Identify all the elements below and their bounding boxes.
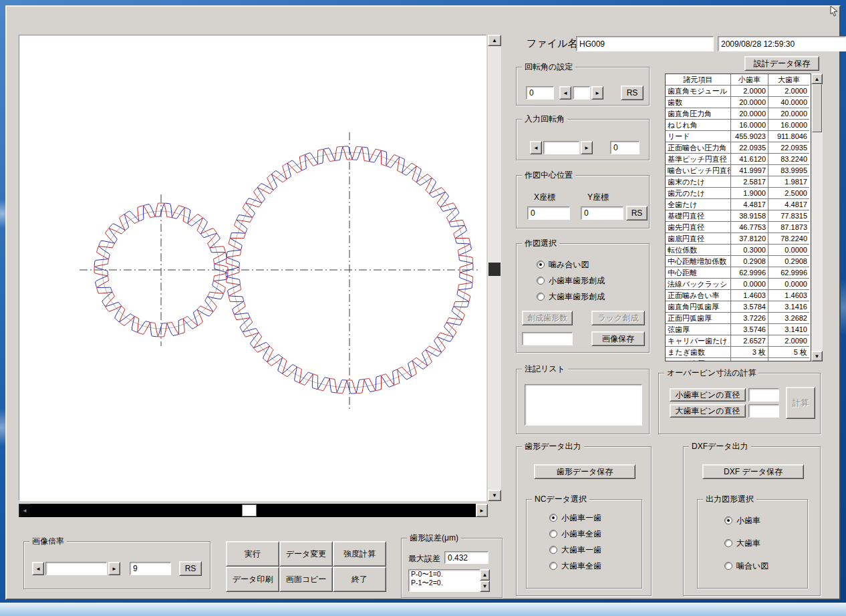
spec-table-row[interactable]: キャリパー歯たけ2.65272.0090 (666, 335, 811, 347)
small-gear-pin-field[interactable] (748, 388, 779, 402)
output-shape-radio-1[interactable] (724, 539, 732, 547)
screen-copy-button[interactable]: 画面コピー (279, 567, 333, 592)
output-shape-radio-2[interactable] (724, 562, 732, 570)
y-coord-field[interactable] (581, 206, 623, 220)
input-rotation-left-button[interactable]: ◄ (530, 141, 542, 154)
data-change-button[interactable]: データ変更 (279, 541, 333, 567)
spec-table-row[interactable]: 正面噛合い圧力角22.093522.0935 (666, 142, 811, 154)
input-rotation-field[interactable] (610, 141, 640, 154)
execute-button[interactable]: 実行 (226, 541, 279, 567)
output-shape-radio-0[interactable] (724, 516, 732, 524)
center-reset-button[interactable]: RS (626, 206, 648, 220)
spec-table-scrollbar[interactable]: ▲ ▼ (811, 73, 823, 361)
nc-data-option-2[interactable]: 大歯車一歯 (549, 545, 601, 555)
exit-button[interactable]: 終了 (333, 567, 386, 592)
save-tooth-data-button[interactable]: 歯形データ保存 (534, 464, 636, 479)
spec-table-row[interactable]: 全歯たけ4.48174.4817 (666, 199, 811, 210)
nc-data-option-0[interactable]: 小歯車一歯 (549, 513, 601, 522)
file-name-field[interactable] (576, 36, 714, 51)
magnify-left-button[interactable]: ◄ (32, 562, 44, 575)
output-shape-option-0[interactable]: 小歯車 (724, 516, 768, 525)
output-shape-option-2[interactable]: 噛合い図 (724, 561, 768, 571)
rotation-right-button[interactable]: ► (591, 86, 603, 100)
spec-table-row[interactable]: 歯底円直径37.812078.2240 (666, 233, 811, 245)
magnify-value-field[interactable] (130, 562, 171, 575)
draw-select-radio-1[interactable] (537, 277, 545, 285)
nc-data-radio-0[interactable] (549, 514, 557, 522)
nc-data-option-1[interactable]: 小歯車全歯 (549, 529, 601, 538)
error-spin-up-button[interactable]: ▲ (480, 569, 490, 581)
spec-table-row[interactable]: 法線バックラッシ0.00000.0000 (666, 279, 811, 290)
table-scroll-down-button[interactable]: ▼ (811, 351, 823, 361)
spec-table-row[interactable]: 弦歯厚3.57463.1410 (666, 324, 811, 335)
canvas-v-scrollbar[interactable]: ▲ ▼ (488, 35, 501, 501)
spec-large-gear-value: 1.9817 (768, 176, 809, 188)
data-print-button[interactable]: データ印刷 (226, 567, 279, 592)
nc-data-label-3: 大歯車全歯 (561, 561, 601, 572)
spec-table-row[interactable]: 噛合いピッチ円直径41.999783.9995 (666, 165, 811, 176)
draw-select-option-1[interactable]: 小歯車歯形創成 (537, 276, 605, 285)
large-gear-pin-button[interactable]: 大歯車ピンの直径 (670, 404, 746, 418)
input-rotation-right-button[interactable]: ► (581, 141, 593, 154)
strength-calc-button[interactable]: 強度計算 (333, 541, 386, 567)
spec-table-row[interactable]: ねじれ角16.000016.0000 (666, 120, 811, 131)
spec-table-row[interactable]: 歯直角円弧歯厚3.57843.1416 (666, 301, 811, 313)
nc-data-radio-2[interactable] (549, 546, 557, 554)
magnify-right-button[interactable]: ► (108, 562, 120, 575)
draw-select-radio-2[interactable] (537, 293, 545, 301)
spec-table-row[interactable]: 歯元のたけ1.90002.5000 (666, 188, 811, 199)
nc-data-option-3[interactable]: 大歯車全歯 (549, 561, 601, 571)
rotation-angle-field[interactable] (526, 86, 554, 100)
spec-table-row[interactable]: 歯先円直径46.775387.1873 (666, 222, 811, 233)
error-list-item-1[interactable]: P-1〜2=0. (409, 579, 489, 587)
nc-data-radio-1[interactable] (549, 530, 557, 538)
spec-table-row[interactable]: 基礎円直径38.915877.8315 (666, 210, 811, 222)
spec-table-row[interactable]: 歯末のたけ2.58171.9817 (666, 176, 811, 188)
output-shape-option-1[interactable]: 大歯車 (724, 538, 768, 548)
spec-table-row[interactable]: 転位係数0.30000.0000 (666, 245, 811, 256)
spec-table-row[interactable]: またぎ歯厚15.798127.8232 (666, 358, 811, 361)
error-listbox[interactable]: P-0〜1=0.P-1〜2=0. (408, 569, 490, 592)
nc-data-radio-3[interactable] (549, 562, 557, 570)
magnify-reset-button[interactable]: RS (179, 561, 202, 576)
spec-table-row[interactable]: リード455.9023911.8046 (666, 131, 811, 142)
save-dxf-data-button[interactable]: DXF データ保存 (702, 464, 804, 479)
draw-select-radio-0[interactable] (537, 261, 545, 269)
canvas-scroll-up-button[interactable]: ▲ (488, 35, 501, 46)
rotation-reset-button[interactable]: RS (621, 86, 644, 100)
spec-table-row[interactable]: 歯直角圧力角20.000020.0000 (666, 108, 811, 120)
spec-table-row[interactable]: 中心距離増加係数0.29080.2908 (666, 256, 811, 267)
canvas-v-scroll-thumb[interactable] (488, 263, 501, 276)
save-image-button[interactable]: 画像保存 (591, 331, 645, 346)
rotation-step-box[interactable] (573, 86, 590, 100)
canvas-h-scrollbar[interactable]: ◄ ► (19, 504, 488, 517)
generated-teeth-count-field[interactable] (522, 332, 573, 345)
canvas-scroll-down-button[interactable]: ▼ (488, 490, 501, 501)
spec-table-row[interactable]: またぎ歯数3 枚5 枚 (666, 347, 811, 358)
spec-table-row[interactable]: 中心距離62.999662.9996 (666, 267, 811, 279)
max-error-field[interactable] (444, 551, 488, 564)
rotation-left-button[interactable]: ◄ (559, 86, 571, 100)
error-spin-down-button[interactable]: ▼ (480, 581, 490, 592)
x-coord-field[interactable] (527, 206, 570, 220)
spec-table-row[interactable]: 歯数20.000040.0000 (666, 97, 811, 108)
input-rotation-track[interactable] (543, 141, 579, 154)
gear-drawing-canvas[interactable] (19, 35, 486, 501)
draw-select-option-0[interactable]: 噛み合い図 (537, 260, 605, 269)
canvas-scroll-left-button[interactable]: ◄ (19, 504, 31, 517)
spec-table-row[interactable]: 正面噛み合い率1.46031.4603 (666, 290, 811, 301)
table-scroll-thumb[interactable] (812, 84, 822, 132)
large-gear-pin-field[interactable] (748, 404, 779, 418)
spec-table-row[interactable]: 基準ピッチ円直径41.612083.2240 (666, 154, 811, 165)
error-list-item-0[interactable]: P-0〜1=0. (409, 570, 489, 579)
notes-listbox[interactable] (525, 384, 642, 426)
small-gear-pin-button[interactable]: 小歯車ピンの直径 (670, 388, 746, 402)
spec-table-row[interactable]: 歯直角モジュール2.00002.0000 (666, 86, 811, 97)
spec-table-row[interactable]: 正面円弧歯厚3.72263.2682 (666, 313, 811, 324)
canvas-scroll-right-button[interactable]: ► (476, 504, 488, 517)
save-design-data-button[interactable]: 設計データ保存 (744, 56, 819, 71)
magnify-track[interactable] (45, 562, 107, 575)
canvas-h-scroll-thumb[interactable] (242, 504, 257, 516)
table-scroll-up-button[interactable]: ▲ (811, 73, 823, 84)
draw-select-option-2[interactable]: 大歯車歯形創成 (537, 292, 605, 301)
